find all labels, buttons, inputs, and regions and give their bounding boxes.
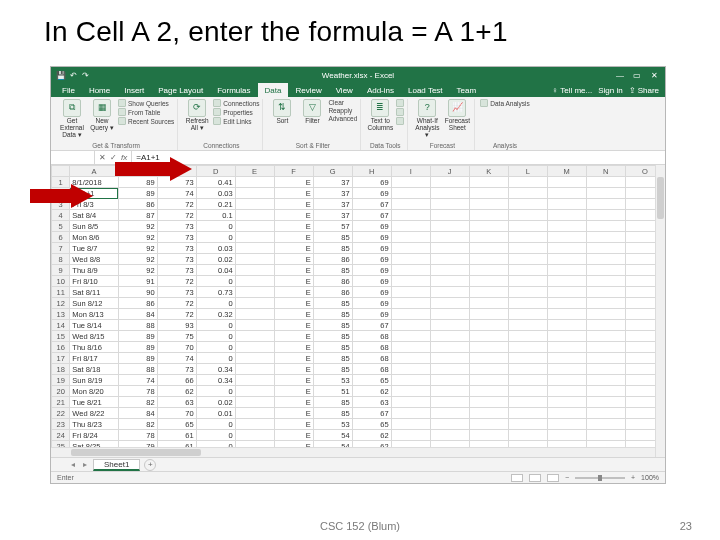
- share-button[interactable]: ⇪ Share: [629, 86, 659, 95]
- cell[interactable]: [391, 276, 430, 287]
- cell[interactable]: 0: [196, 386, 235, 397]
- filter-button[interactable]: ▽ Filter: [298, 99, 326, 125]
- row-header[interactable]: 24: [52, 430, 70, 441]
- cell[interactable]: [508, 221, 547, 232]
- zoom-level[interactable]: 100%: [641, 474, 659, 481]
- cell[interactable]: [469, 364, 508, 375]
- name-box[interactable]: [51, 151, 95, 164]
- cell[interactable]: 0.03: [196, 243, 235, 254]
- cell[interactable]: 89: [118, 353, 157, 364]
- cell[interactable]: 86: [118, 298, 157, 309]
- cell[interactable]: Fri 8/3: [70, 199, 118, 210]
- cell[interactable]: [430, 309, 469, 320]
- cell[interactable]: [586, 221, 625, 232]
- cell[interactable]: [586, 364, 625, 375]
- cell[interactable]: [469, 342, 508, 353]
- cell[interactable]: 86: [313, 254, 352, 265]
- cell[interactable]: E: [274, 342, 313, 353]
- tab-home[interactable]: Home: [82, 83, 117, 97]
- cell[interactable]: 67: [352, 210, 391, 221]
- cell[interactable]: [508, 342, 547, 353]
- cell[interactable]: 92: [118, 221, 157, 232]
- zoom-in-button[interactable]: +: [631, 474, 635, 481]
- cell[interactable]: [469, 320, 508, 331]
- cell[interactable]: 74: [157, 188, 196, 199]
- cell[interactable]: [430, 331, 469, 342]
- cell[interactable]: [391, 188, 430, 199]
- data-analysis-button[interactable]: Data Analysis: [480, 99, 529, 107]
- column-header[interactable]: A: [70, 166, 118, 177]
- cell[interactable]: 37: [313, 177, 352, 188]
- cell[interactable]: [586, 188, 625, 199]
- cell[interactable]: 74: [157, 353, 196, 364]
- cell[interactable]: 73: [157, 243, 196, 254]
- cell[interactable]: [430, 353, 469, 364]
- tab-view[interactable]: View: [329, 83, 360, 97]
- cell[interactable]: 68: [352, 331, 391, 342]
- cell[interactable]: 62: [157, 386, 196, 397]
- cell[interactable]: 85: [313, 265, 352, 276]
- cell[interactable]: 63: [157, 397, 196, 408]
- cell[interactable]: 86: [313, 287, 352, 298]
- cell[interactable]: E: [274, 265, 313, 276]
- cell[interactable]: [469, 419, 508, 430]
- row-header[interactable]: 16: [52, 342, 70, 353]
- cell[interactable]: [391, 243, 430, 254]
- cell[interactable]: 91: [118, 276, 157, 287]
- cell[interactable]: 69: [352, 243, 391, 254]
- tab-addins[interactable]: Add-ins: [360, 83, 401, 97]
- cell[interactable]: [235, 309, 274, 320]
- cell[interactable]: 89: [118, 188, 157, 199]
- cell[interactable]: [235, 232, 274, 243]
- cell[interactable]: Fri 8/24: [70, 430, 118, 441]
- cell[interactable]: 78: [118, 386, 157, 397]
- row-header[interactable]: 3: [52, 199, 70, 210]
- cell[interactable]: 63: [352, 397, 391, 408]
- scroll-thumb[interactable]: [657, 177, 664, 219]
- recent-sources-button[interactable]: Recent Sources: [118, 117, 174, 125]
- cell[interactable]: 85: [313, 342, 352, 353]
- column-header[interactable]: G: [313, 166, 352, 177]
- row-header[interactable]: 6: [52, 232, 70, 243]
- cell[interactable]: E: [274, 210, 313, 221]
- cell[interactable]: [391, 320, 430, 331]
- select-all-corner[interactable]: [52, 166, 70, 177]
- cell[interactable]: [469, 309, 508, 320]
- cell[interactable]: [430, 265, 469, 276]
- cell[interactable]: E: [274, 375, 313, 386]
- cell[interactable]: 85: [313, 232, 352, 243]
- cell[interactable]: 85: [313, 320, 352, 331]
- cell[interactable]: [235, 430, 274, 441]
- cell[interactable]: 93: [157, 320, 196, 331]
- cell[interactable]: Wed 8/22: [70, 408, 118, 419]
- cell[interactable]: [508, 320, 547, 331]
- row-header[interactable]: 15: [52, 331, 70, 342]
- cell[interactable]: [508, 199, 547, 210]
- row-header[interactable]: 10: [52, 276, 70, 287]
- cell[interactable]: 0.1: [196, 210, 235, 221]
- add-sheet-button[interactable]: +: [144, 459, 156, 471]
- remove-duplicates-button[interactable]: [396, 108, 404, 116]
- cell[interactable]: E: [274, 430, 313, 441]
- cell[interactable]: 74: [118, 375, 157, 386]
- cell[interactable]: [508, 188, 547, 199]
- cell[interactable]: [391, 430, 430, 441]
- cell[interactable]: [391, 309, 430, 320]
- cell[interactable]: 70: [157, 408, 196, 419]
- column-header[interactable]: H: [352, 166, 391, 177]
- cell[interactable]: E: [274, 309, 313, 320]
- cell[interactable]: [586, 320, 625, 331]
- cell[interactable]: [586, 287, 625, 298]
- cell[interactable]: [235, 265, 274, 276]
- cell[interactable]: [508, 430, 547, 441]
- cell[interactable]: [391, 419, 430, 430]
- row-header[interactable]: 8: [52, 254, 70, 265]
- cell[interactable]: [547, 221, 586, 232]
- cell[interactable]: 37: [313, 199, 352, 210]
- advanced-filter-button[interactable]: Advanced: [328, 115, 357, 122]
- cell[interactable]: 73: [157, 177, 196, 188]
- cell[interactable]: [469, 276, 508, 287]
- cell[interactable]: [508, 265, 547, 276]
- cell[interactable]: 88: [118, 320, 157, 331]
- cell[interactable]: 65: [157, 419, 196, 430]
